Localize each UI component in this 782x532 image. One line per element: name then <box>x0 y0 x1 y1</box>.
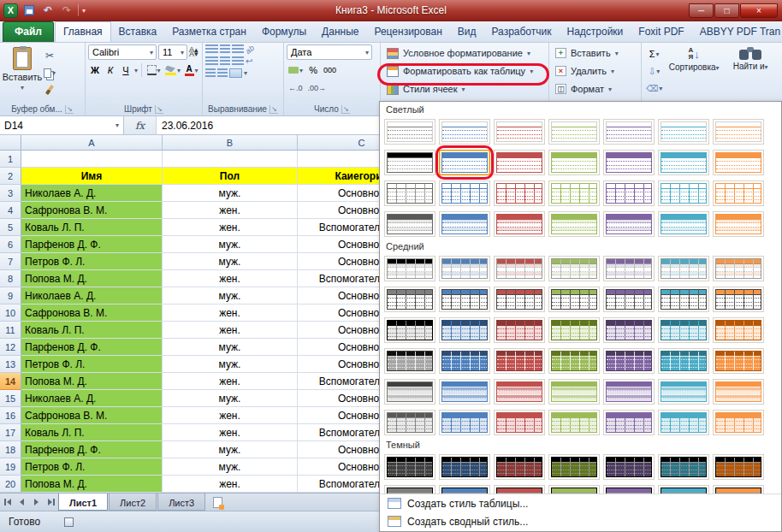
ribbon-tab-7[interactable]: Вид <box>450 22 484 42</box>
grow-shrink-font-buttons[interactable]: А▴А▾ <box>189 48 198 56</box>
cell-A12[interactable]: Парфенов Д. Ф. <box>21 339 163 356</box>
undo-button[interactable]: ↶ <box>40 3 56 18</box>
first-sheet-button[interactable] <box>0 494 15 511</box>
table-style-swatch[interactable] <box>384 348 435 374</box>
delete-cells-button[interactable]: × Удалить ▾ <box>552 62 638 80</box>
number-format-select[interactable]: Дата▾ <box>287 44 372 60</box>
cell-A7[interactable]: Петров Ф. Л. <box>21 253 163 270</box>
cell-A14[interactable]: Попова М. Д. <box>21 373 163 390</box>
increase-decimal-button[interactable]: ←.0 <box>287 80 305 96</box>
table-style-swatch[interactable] <box>603 256 655 281</box>
table-style-swatch[interactable] <box>713 485 764 494</box>
underline-dropdown-icon[interactable]: ▾ <box>134 67 138 74</box>
table-style-swatch[interactable] <box>548 150 600 175</box>
table-style-swatch[interactable] <box>494 410 545 435</box>
row-header-18[interactable]: 18 <box>0 441 21 458</box>
cell-B16[interactable]: жен. <box>163 407 298 424</box>
table-style-swatch[interactable] <box>658 348 709 374</box>
row-header-9[interactable]: 9 <box>0 287 21 304</box>
table-style-swatch[interactable] <box>658 287 709 312</box>
save-button[interactable] <box>21 3 37 18</box>
table-style-swatch[interactable] <box>439 454 490 480</box>
cell-A4[interactable]: Сафронова В. М. <box>21 202 163 219</box>
table-style-swatch[interactable] <box>439 317 490 343</box>
next-sheet-button[interactable] <box>29 494 44 511</box>
row-header-1[interactable]: 1 <box>0 151 21 168</box>
new-table-style-item[interactable]: Создать стиль таблицы... <box>380 494 781 512</box>
conditional-formatting-button[interactable]: Условное форматирование ▾ <box>383 44 546 62</box>
cell-B17[interactable]: жен. <box>163 424 298 441</box>
decrease-decimal-button[interactable]: .00→ <box>306 80 329 96</box>
row-header-19[interactable]: 19 <box>0 458 21 476</box>
cell-B3[interactable]: муж. <box>163 185 298 202</box>
table-style-swatch[interactable] <box>548 410 600 435</box>
qat-customize-dropdown[interactable]: ▾ <box>82 7 86 15</box>
insert-cells-button[interactable]: + Вставить ▾ <box>552 44 638 62</box>
table-style-swatch[interactable] <box>439 410 490 435</box>
decrease-indent-icon[interactable] <box>205 68 216 78</box>
insert-function-button[interactable]: fx <box>124 116 157 134</box>
table-style-swatch[interactable] <box>494 454 545 480</box>
ribbon-tab-11[interactable]: ABBYY PDF Tran <box>692 22 782 42</box>
wrap-text-icon[interactable]: ↩ <box>246 56 252 66</box>
table-style-swatch[interactable] <box>384 485 435 494</box>
cell-B9[interactable]: муж. <box>163 287 298 304</box>
row-header-10[interactable]: 10 <box>0 304 21 322</box>
cell-B14[interactable]: жен. <box>163 373 298 390</box>
ribbon-tab-1[interactable]: Главная <box>55 21 111 42</box>
table-style-swatch[interactable] <box>548 348 600 374</box>
cell-A11[interactable]: Коваль Л. П. <box>21 322 163 339</box>
table-style-swatch[interactable] <box>548 485 600 494</box>
table-style-swatch[interactable] <box>384 287 435 312</box>
minimize-button[interactable]: ─ <box>689 3 714 18</box>
table-style-swatch[interactable] <box>384 454 435 480</box>
sort-filter-button[interactable]: АЯ ↓ Сортировка▾ <box>667 44 720 103</box>
merge-center-icon[interactable] <box>229 68 242 78</box>
table-style-swatch[interactable] <box>548 119 600 145</box>
underline-button[interactable]: Ч <box>119 62 133 78</box>
cell-A9[interactable]: Николаев А. Д. <box>21 287 163 304</box>
excel-logo-icon[interactable]: X <box>3 3 18 18</box>
cell-B13[interactable]: муж. <box>163 356 298 373</box>
cell-B15[interactable]: муж. <box>163 390 298 407</box>
name-box-dropdown-icon[interactable]: ▾ <box>116 121 119 129</box>
table-style-swatch[interactable] <box>713 287 764 312</box>
fill-color-button[interactable]: ▾ <box>164 62 182 78</box>
cell-B1[interactable] <box>163 151 298 168</box>
table-style-swatch[interactable] <box>603 485 655 494</box>
table-style-swatch[interactable] <box>713 256 764 281</box>
row-header-14[interactable]: 14 <box>0 373 21 390</box>
percent-style-button[interactable]: % <box>306 62 320 78</box>
number-dialog-launcher-icon[interactable]: ↘ <box>341 105 350 114</box>
table-style-swatch[interactable] <box>658 317 709 343</box>
sheet-tab-2[interactable]: Лист2 <box>109 494 157 511</box>
cell-A17[interactable]: Коваль Л. П. <box>21 424 163 441</box>
table-style-swatch[interactable] <box>439 256 490 281</box>
table-style-swatch[interactable] <box>384 150 435 175</box>
cell-B7[interactable]: муж. <box>163 253 298 270</box>
sheet-tab-3[interactable]: Лист3 <box>157 494 205 511</box>
ribbon-tab-0[interactable]: Файл <box>3 21 54 42</box>
table-style-swatch[interactable] <box>494 348 545 374</box>
table-style-swatch[interactable] <box>713 150 764 175</box>
table-style-swatch[interactable] <box>439 150 490 175</box>
paste-button[interactable]: Вставить ▾ <box>3 44 42 98</box>
borders-button[interactable]: ▾ <box>145 62 163 78</box>
close-button[interactable]: × <box>740 3 778 18</box>
clipboard-dialog-launcher-icon[interactable]: ↘ <box>65 105 74 114</box>
last-sheet-button[interactable] <box>44 494 58 511</box>
cell-B11[interactable]: жен. <box>163 322 298 339</box>
table-style-swatch[interactable] <box>713 180 764 206</box>
comma-style-button[interactable]: 000 <box>322 62 338 78</box>
redo-button[interactable]: ↷ <box>59 3 74 18</box>
table-style-swatch[interactable] <box>384 119 435 145</box>
table-style-swatch[interactable] <box>603 317 655 343</box>
table-style-swatch[interactable] <box>384 256 435 281</box>
row-header-11[interactable]: 11 <box>0 322 21 339</box>
table-style-swatch[interactable] <box>658 150 709 175</box>
align-center-icon[interactable] <box>220 56 230 66</box>
table-style-swatch[interactable] <box>494 256 545 281</box>
cell-A8[interactable]: Попова М. Д. <box>21 270 163 287</box>
insert-worksheet-button[interactable] <box>206 494 228 511</box>
cell-B4[interactable]: жен. <box>163 202 298 219</box>
